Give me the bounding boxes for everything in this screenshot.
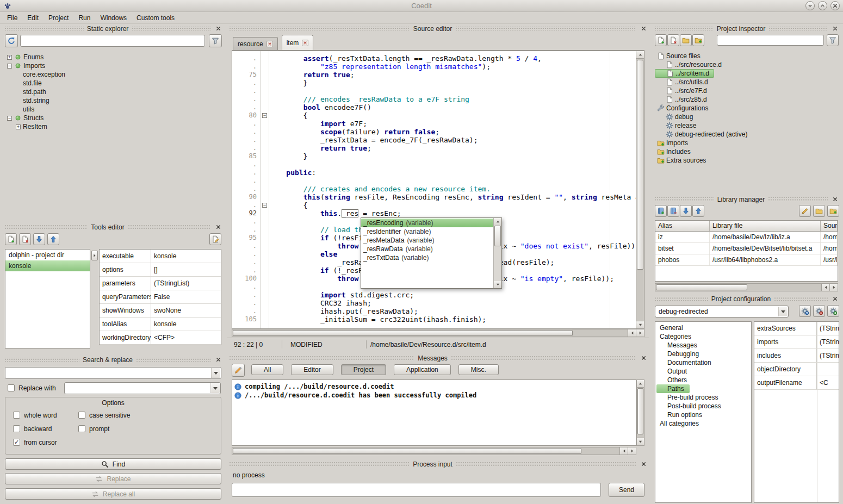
property-objectdirectory[interactable]: objectDirectory: [754, 363, 839, 376]
scrollbar-thumb[interactable]: [637, 388, 643, 434]
scrollbar-track[interactable]: [494, 225, 501, 281]
move-tool-up-button[interactable]: [47, 233, 59, 245]
scroll-down-button[interactable]: [637, 438, 644, 445]
code-line[interactable]: [269, 87, 636, 95]
code-line[interactable]: import std.digest.crc;: [269, 291, 636, 299]
configuration-combo[interactable]: debug-redirected: [655, 306, 789, 318]
tree-item-enums[interactable]: +Enums: [5, 53, 48, 61]
move-library-up-button[interactable]: [692, 205, 704, 217]
tree-item-debug-redirected-active[interactable]: debug-redirected (active): [655, 130, 752, 139]
code-line[interactable]: return true;: [269, 144, 636, 152]
completion-item-resmetadata[interactable]: _resMetaData(variable): [361, 236, 493, 245]
property-showwindows[interactable]: showWindowsswoNone: [100, 304, 221, 318]
messages-vscrollbar[interactable]: [636, 379, 644, 446]
property-extrasources[interactable]: extraSources(TStringList): [754, 322, 839, 335]
move-library-down-button[interactable]: [680, 205, 692, 217]
option-prompt[interactable]: prompt: [78, 422, 130, 435]
property-executable[interactable]: executablekonsole: [100, 250, 221, 263]
open-library-folder-button[interactable]: [813, 205, 825, 217]
replace-with-checkbox[interactable]: Replace with: [8, 381, 56, 395]
find-button[interactable]: Find: [5, 458, 221, 470]
tab-close-icon[interactable]: [302, 40, 308, 46]
property-imports[interactable]: imports(TStringList): [754, 335, 839, 349]
close-panel-icon[interactable]: [214, 223, 222, 231]
tree-item-src-resource-d[interactable]: ../src/resource.d: [655, 60, 726, 69]
menu-edit[interactable]: Edit: [22, 13, 44, 23]
scroll-right-button[interactable]: [636, 329, 644, 337]
completion-item-resrawdata[interactable]: _resRawData(variable): [361, 245, 493, 253]
column-header-sources[interactable]: Sources: [821, 221, 838, 231]
code-line[interactable]: /// creates and encodes a new resource i…: [269, 185, 636, 193]
scroll-right-button[interactable]: [628, 447, 636, 455]
tree-item-configurations[interactable]: Configurations: [655, 104, 712, 113]
category-general[interactable]: General: [656, 323, 689, 332]
add-folder-button[interactable]: [692, 34, 704, 46]
menu-project[interactable]: Project: [44, 13, 73, 23]
remove-library-button[interactable]: [667, 205, 679, 217]
editor-vscrollbar[interactable]: [636, 51, 644, 328]
code-line[interactable]: _initialSum = crc322uint(ihash.finish);: [269, 315, 636, 323]
code-line[interactable]: }: [269, 79, 636, 87]
category-documentation[interactable]: Documentation: [656, 358, 717, 367]
property-outputfilename[interactable]: outputFilename<C: [754, 376, 839, 390]
category-output[interactable]: Output: [656, 367, 692, 376]
remove-tool-button[interactable]: [19, 233, 31, 245]
add-configuration-button[interactable]: [827, 305, 839, 317]
close-panel-icon[interactable]: [831, 295, 839, 303]
project-folder-button[interactable]: [680, 34, 692, 46]
replace-with-combo[interactable]: [64, 382, 221, 394]
option-from-cursor[interactable]: ✓from cursor: [13, 435, 57, 449]
tree-item-release[interactable]: release: [655, 121, 701, 130]
code-line[interactable]: this(string resFile, ResEncoding resEnc,…: [269, 193, 636, 201]
library-row-bitset[interactable]: bitset/home/basile/Dev/Bitset/lib/bitset…: [655, 243, 838, 254]
code-editor[interactable]: ..75....80....85....90.92..95....100....…: [232, 51, 644, 329]
send-button[interactable]: Send: [609, 483, 644, 497]
close-panel-icon[interactable]: [831, 196, 839, 203]
expander-icon[interactable]: −: [7, 64, 12, 69]
filter-editor-button[interactable]: Editor: [291, 364, 333, 375]
process-input-field[interactable]: [232, 483, 601, 497]
property-parameters[interactable]: parameters(TStringList): [100, 277, 221, 290]
scroll-left-button[interactable]: [619, 447, 628, 455]
tree-item-utils[interactable]: utils: [5, 105, 39, 114]
tree-item-src-e7f-d[interactable]: ../src/e7F.d: [655, 86, 711, 95]
scrollbar-track[interactable]: [637, 388, 644, 438]
code-line[interactable]: import e7F;: [269, 120, 636, 128]
category-paths[interactable]: Paths: [656, 384, 690, 393]
code-line[interactable]: }: [269, 152, 636, 160]
option-case-sensitive[interactable]: case sensitive: [78, 408, 130, 422]
property-includes[interactable]: includes(TStringList): [754, 349, 839, 363]
add-tool-button[interactable]: [5, 233, 17, 245]
add-library-folder-button[interactable]: [827, 205, 839, 217]
tree-item-std-file[interactable]: std.file: [5, 79, 46, 88]
category-others[interactable]: Others: [656, 376, 692, 384]
code-line[interactable]: /// encodes _resRawData to a e7F string: [269, 95, 636, 103]
tab-close-icon[interactable]: [266, 41, 273, 47]
tree-item-structs[interactable]: −Structs: [5, 114, 48, 122]
completion-item-restxtdata[interactable]: _resTxtData(variable): [361, 253, 493, 262]
filter-button[interactable]: [209, 34, 222, 47]
fold-marker-icon[interactable]: −: [262, 203, 267, 208]
completion-item-residentifier[interactable]: _resIdentifier(variable): [361, 227, 493, 236]
category-debugging[interactable]: Debugging: [656, 350, 704, 358]
clear-messages-button[interactable]: [232, 364, 245, 377]
category-run-options[interactable]: Run options: [656, 410, 708, 419]
menu-run[interactable]: Run: [73, 13, 95, 23]
code-line[interactable]: _resTxtData = encode_7F(_resRawData);: [269, 136, 636, 144]
tree-item-includes[interactable]: Includes: [655, 147, 695, 156]
close-panel-icon[interactable]: [640, 461, 647, 468]
code-line[interactable]: scope(failure) return false;: [269, 128, 636, 136]
scrollbar-thumb[interactable]: [637, 60, 643, 270]
edit-tool-button[interactable]: [209, 233, 221, 245]
code-line[interactable]: {: [269, 201, 636, 209]
library-row-phobos[interactable]: phobos/usr/lib64/libphobos2.a/usr/lib64: [655, 254, 838, 266]
maximize-button[interactable]: [818, 1, 827, 10]
tree-item-std-string[interactable]: std.string: [5, 96, 54, 105]
scroll-down-button[interactable]: [494, 281, 501, 288]
property-queryparameters[interactable]: queryParametersFalse: [100, 290, 221, 304]
code-line[interactable]: this._res = resEnc;: [269, 209, 636, 217]
code-line[interactable]: bool encodee7F(): [269, 103, 636, 111]
option-backward[interactable]: backward: [13, 422, 57, 435]
scroll-up-button[interactable]: [494, 218, 501, 225]
column-header-library-file[interactable]: Library file: [710, 221, 821, 231]
